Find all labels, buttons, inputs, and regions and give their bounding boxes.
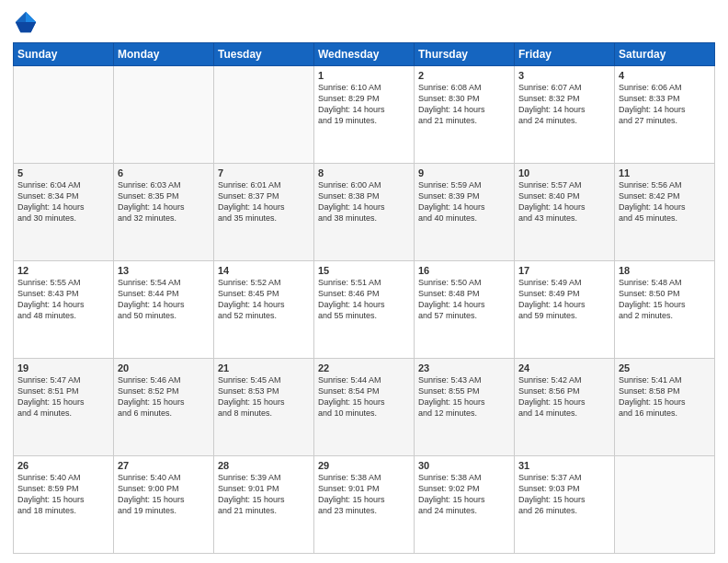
day-info: Sunrise: 5:51 AMSunset: 8:46 PMDaylight:… [318, 278, 385, 320]
logo [13, 9, 42, 35]
day-info: Sunrise: 5:57 AMSunset: 8:40 PMDaylight:… [518, 180, 586, 223]
day-number: 10 [518, 167, 610, 178]
day-info: Sunrise: 6:10 AMSunset: 8:29 PMDaylight:… [318, 83, 385, 125]
day-number: 1 [318, 70, 410, 81]
day-cell [615, 456, 715, 554]
day-number: 27 [118, 460, 210, 471]
day-cell [214, 66, 314, 164]
day-cell: 4Sunrise: 6:06 AMSunset: 8:33 PMDaylight… [615, 66, 715, 164]
day-number: 31 [518, 460, 610, 471]
day-number: 14 [218, 265, 310, 276]
day-info: Sunrise: 5:38 AMSunset: 9:01 PMDaylight:… [318, 473, 385, 515]
day-cell: 7Sunrise: 6:01 AMSunset: 8:37 PMDaylight… [214, 164, 314, 261]
week-row-5: 26Sunrise: 5:40 AMSunset: 8:59 PMDayligh… [14, 456, 715, 554]
day-info: Sunrise: 6:04 AMSunset: 8:34 PMDaylight:… [17, 180, 85, 223]
day-cell: 3Sunrise: 6:07 AMSunset: 8:32 PMDaylight… [515, 66, 615, 164]
day-cell: 30Sunrise: 5:38 AMSunset: 9:02 PMDayligh… [415, 456, 515, 554]
day-cell: 9Sunrise: 5:59 AMSunset: 8:39 PMDaylight… [415, 164, 515, 261]
day-number: 21 [218, 362, 310, 373]
day-cell: 16Sunrise: 5:50 AMSunset: 8:48 PMDayligh… [415, 261, 515, 359]
day-number: 18 [619, 265, 711, 276]
day-number: 17 [518, 265, 610, 276]
day-info: Sunrise: 5:55 AMSunset: 8:43 PMDaylight:… [17, 278, 85, 320]
day-number: 29 [318, 460, 410, 471]
day-info: Sunrise: 5:42 AMSunset: 8:56 PMDaylight:… [518, 375, 586, 418]
day-info: Sunrise: 5:49 AMSunset: 8:49 PMDaylight:… [518, 278, 586, 320]
day-cell: 23Sunrise: 5:43 AMSunset: 8:55 PMDayligh… [415, 359, 515, 456]
day-info: Sunrise: 5:38 AMSunset: 9:02 PMDaylight:… [418, 473, 485, 515]
day-number: 6 [118, 167, 210, 178]
day-number: 7 [218, 167, 310, 178]
col-friday: Friday [515, 43, 615, 66]
day-cell: 5Sunrise: 6:04 AMSunset: 8:34 PMDaylight… [14, 164, 114, 261]
day-cell: 29Sunrise: 5:38 AMSunset: 9:01 PMDayligh… [314, 456, 415, 554]
week-row-1: 1Sunrise: 6:10 AMSunset: 8:29 PMDaylight… [14, 66, 715, 164]
day-cell: 20Sunrise: 5:46 AMSunset: 8:52 PMDayligh… [114, 359, 214, 456]
day-number: 11 [619, 167, 711, 178]
day-cell: 28Sunrise: 5:39 AMSunset: 9:01 PMDayligh… [214, 456, 314, 554]
day-info: Sunrise: 6:08 AMSunset: 8:30 PMDaylight:… [418, 83, 485, 125]
day-info: Sunrise: 5:43 AMSunset: 8:55 PMDaylight:… [418, 375, 485, 418]
day-info: Sunrise: 5:40 AMSunset: 9:00 PMDaylight:… [118, 473, 185, 515]
day-cell: 21Sunrise: 5:45 AMSunset: 8:53 PMDayligh… [214, 359, 314, 456]
col-saturday: Saturday [615, 43, 715, 66]
day-info: Sunrise: 5:56 AMSunset: 8:42 PMDaylight:… [619, 180, 686, 223]
day-number: 30 [418, 460, 510, 471]
day-number: 23 [418, 362, 510, 373]
day-number: 9 [418, 167, 510, 178]
day-cell: 25Sunrise: 5:41 AMSunset: 8:58 PMDayligh… [615, 359, 715, 456]
day-cell: 19Sunrise: 5:47 AMSunset: 8:51 PMDayligh… [14, 359, 114, 456]
day-info: Sunrise: 6:06 AMSunset: 8:33 PMDaylight:… [619, 83, 686, 125]
day-number: 26 [17, 460, 109, 471]
day-info: Sunrise: 5:37 AMSunset: 9:03 PMDaylight:… [518, 473, 586, 515]
calendar-table: Sunday Monday Tuesday Wednesday Thursday… [13, 42, 715, 554]
header-row: Sunday Monday Tuesday Wednesday Thursday… [14, 43, 715, 66]
day-number: 20 [118, 362, 210, 373]
day-cell: 22Sunrise: 5:44 AMSunset: 8:54 PMDayligh… [314, 359, 415, 456]
col-wednesday: Wednesday [314, 43, 415, 66]
day-info: Sunrise: 5:47 AMSunset: 8:51 PMDaylight:… [17, 375, 85, 418]
day-number: 4 [619, 70, 711, 81]
day-number: 19 [17, 362, 109, 373]
page: Sunday Monday Tuesday Wednesday Thursday… [0, 0, 728, 563]
week-row-4: 19Sunrise: 5:47 AMSunset: 8:51 PMDayligh… [14, 359, 715, 456]
day-info: Sunrise: 5:44 AMSunset: 8:54 PMDaylight:… [318, 375, 385, 418]
week-row-2: 5Sunrise: 6:04 AMSunset: 8:34 PMDaylight… [14, 164, 715, 261]
day-cell: 17Sunrise: 5:49 AMSunset: 8:49 PMDayligh… [515, 261, 615, 359]
day-info: Sunrise: 5:59 AMSunset: 8:39 PMDaylight:… [418, 180, 485, 223]
day-cell: 12Sunrise: 5:55 AMSunset: 8:43 PMDayligh… [14, 261, 114, 359]
day-info: Sunrise: 6:00 AMSunset: 8:38 PMDaylight:… [318, 180, 385, 223]
day-info: Sunrise: 5:50 AMSunset: 8:48 PMDaylight:… [418, 278, 485, 320]
col-sunday: Sunday [14, 43, 114, 66]
day-cell: 8Sunrise: 6:00 AMSunset: 8:38 PMDaylight… [314, 164, 415, 261]
day-cell: 6Sunrise: 6:03 AMSunset: 8:35 PMDaylight… [114, 164, 214, 261]
day-number: 22 [318, 362, 410, 373]
day-number: 24 [518, 362, 610, 373]
day-info: Sunrise: 5:52 AMSunset: 8:45 PMDaylight:… [218, 278, 285, 320]
day-number: 28 [218, 460, 310, 471]
logo-icon [13, 9, 39, 35]
week-row-3: 12Sunrise: 5:55 AMSunset: 8:43 PMDayligh… [14, 261, 715, 359]
day-info: Sunrise: 5:48 AMSunset: 8:50 PMDaylight:… [619, 278, 686, 320]
day-cell: 26Sunrise: 5:40 AMSunset: 8:59 PMDayligh… [14, 456, 114, 554]
day-cell: 13Sunrise: 5:54 AMSunset: 8:44 PMDayligh… [114, 261, 214, 359]
day-number: 13 [118, 265, 210, 276]
day-cell: 31Sunrise: 5:37 AMSunset: 9:03 PMDayligh… [515, 456, 615, 554]
day-number: 3 [518, 70, 610, 81]
day-info: Sunrise: 6:01 AMSunset: 8:37 PMDaylight:… [218, 180, 285, 223]
col-thursday: Thursday [415, 43, 515, 66]
day-cell: 1Sunrise: 6:10 AMSunset: 8:29 PMDaylight… [314, 66, 415, 164]
day-info: Sunrise: 5:40 AMSunset: 8:59 PMDaylight:… [17, 473, 85, 515]
svg-marker-2 [16, 22, 36, 32]
day-cell: 10Sunrise: 5:57 AMSunset: 8:40 PMDayligh… [515, 164, 615, 261]
day-cell: 24Sunrise: 5:42 AMSunset: 8:56 PMDayligh… [515, 359, 615, 456]
day-number: 25 [619, 362, 711, 373]
day-cell: 18Sunrise: 5:48 AMSunset: 8:50 PMDayligh… [615, 261, 715, 359]
day-cell: 15Sunrise: 5:51 AMSunset: 8:46 PMDayligh… [314, 261, 415, 359]
day-info: Sunrise: 5:41 AMSunset: 8:58 PMDaylight:… [619, 375, 686, 418]
day-cell: 14Sunrise: 5:52 AMSunset: 8:45 PMDayligh… [214, 261, 314, 359]
day-number: 16 [418, 265, 510, 276]
day-info: Sunrise: 5:39 AMSunset: 9:01 PMDaylight:… [218, 473, 285, 515]
day-info: Sunrise: 6:07 AMSunset: 8:32 PMDaylight:… [518, 83, 586, 125]
day-info: Sunrise: 5:46 AMSunset: 8:52 PMDaylight:… [118, 375, 185, 418]
